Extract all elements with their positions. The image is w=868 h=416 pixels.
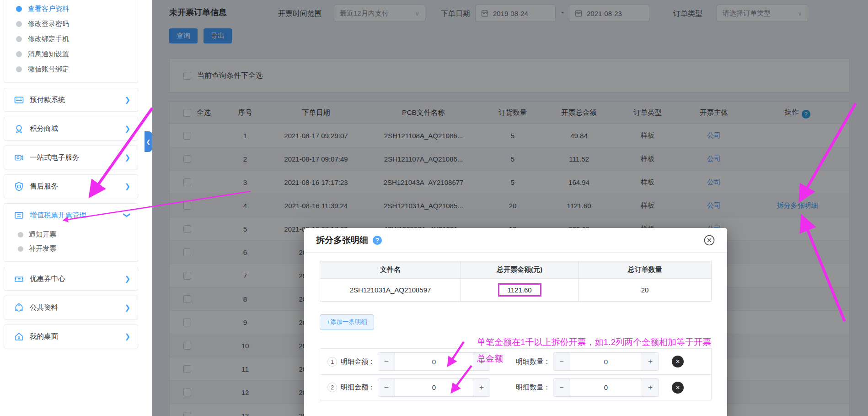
desktop-home-icon [13,331,24,342]
detail-index-badge: 2 [327,383,337,392]
vat-invoice-icon [13,210,24,221]
sidebar-collapse-tab[interactable]: ❮ [145,131,152,152]
add-detail-button[interactable]: +添加一条明细 [320,314,374,330]
sidebar-item-change-password[interactable]: 修改登录密码 [4,16,138,32]
eservice-box-icon [13,152,24,163]
section-public: 公共资料 ❯ [4,296,138,319]
chevron-right-icon: ❯ [124,303,130,312]
account-menu-card: 查看客户资料 修改登录密码 修改绑定手机 消息通知设置 微信账号绑定 [4,0,138,83]
qty-stepper: − 0 + [553,378,659,397]
section-points: 积分商城 ❯ [4,117,138,140]
sidebar: 查看客户资料 修改登录密码 修改绑定手机 消息通知设置 微信账号绑定 [0,0,152,416]
section-vat-invoice: 增值税票开票管理 ❯ 通知开票 补开发票 [4,203,138,262]
sidebar-item-change-phone[interactable]: 修改绑定手机 [4,32,138,47]
minus-button[interactable]: − [378,379,395,396]
sidebar-item-public-info[interactable]: 公共资料 ❯ [4,296,138,319]
plus-button[interactable]: + [473,379,490,396]
section-coupon: 优惠券中心 ❯ [4,267,138,291]
page: 未开票订单信息 开票时间范围 最近12月内支付 ∨ 下单日期 2019-08-2… [0,0,868,416]
minus-button[interactable]: − [378,353,395,370]
chevron-right-icon: ❯ [124,96,130,104]
summary-file: 2SH121031A_AQ2108597 [320,279,461,302]
chevron-down-icon: ❯ [124,211,130,219]
remove-detail-button[interactable]: ✕ [672,382,684,394]
sidebar-item-prepaid-system[interactable]: 预付款系统 ❯ [4,88,138,111]
close-icon[interactable] [703,234,715,246]
section-eservice: 一站式电子服务 ❯ [4,146,138,169]
sidebar-item-coupon-center[interactable]: 优惠券中心 ❯ [4,267,138,290]
bullet-icon [16,6,22,12]
amount-input[interactable]: 0 [395,379,473,396]
chevron-right-icon: ❯ [124,153,130,162]
summary-header-qty: 总订单数量 [578,261,711,279]
sidebar-item-one-stop-eservice[interactable]: 一站式电子服务 ❯ [4,146,138,169]
summary-header-file: 文件名 [320,261,461,279]
summary-header-amount: 总开票金额(元) [461,261,579,279]
summary-amount-cell: 1121.60 [461,279,579,302]
detail-row-2: 2 明细金额： − 0 + 明细数量： − 0 + ✕ [320,374,711,400]
amount-stepper: − 0 + [378,378,490,397]
prepaid-card-icon [13,94,24,105]
sidebar-item-after-sales[interactable]: 售后服务 ❯ [4,175,138,198]
bullet-icon [16,51,22,57]
chevron-right-icon: ❯ [124,332,130,340]
detail-qty-label: 明细数量： [516,383,550,392]
amount-stepper: − 0 + [378,352,490,371]
sidebar-item-notify-invoicing[interactable]: 通知开票 [4,227,138,242]
modal-header: 拆分多张明细 ? [304,228,727,253]
bullet-icon [18,246,23,252]
help-icon[interactable]: ? [373,236,382,245]
invoice-summary-table: 文件名 总开票金额(元) 总订单数量 2SH121031A_AQ2108597 … [320,261,712,302]
section-prepaid: 预付款系统 ❯ [4,88,138,112]
chevron-right-icon: ❯ [124,275,130,283]
annotation-note: 单笔金额在1千以上拆份开票，如1.2列两个金额相加等于开票总金额 [477,334,718,367]
modal-body: 文件名 总开票金额(元) 总订单数量 2SH121031A_AQ2108597 … [304,253,727,400]
public-share-icon [13,302,24,313]
aftersales-shield-icon [13,181,24,192]
summary-qty: 20 [578,279,711,302]
chevron-right-icon: ❯ [124,124,130,133]
coupon-ticket-icon [13,273,24,284]
amount-highlight-box: 1121.60 [498,283,541,297]
amount-input[interactable]: 0 [395,353,473,370]
sidebar-item-notification-settings[interactable]: 消息通知设置 [4,47,138,62]
section-aftersales: 售后服务 ❯ [4,174,138,198]
bullet-icon [18,232,23,238]
vat-submenu: 通知开票 补开发票 [4,227,138,261]
plus-button[interactable]: + [642,379,659,396]
sidebar-item-points-mall[interactable]: 积分商城 ❯ [4,117,138,140]
bullet-icon [16,66,22,72]
detail-amount-label: 明细金额： [341,383,375,392]
sidebar-item-reissue-invoice[interactable]: 补开发票 [4,242,138,256]
detail-index-badge: 1 [327,357,337,367]
qty-input[interactable]: 0 [570,379,642,396]
detail-amount-label: 明细金额： [341,357,375,366]
sidebar-item-view-profile[interactable]: 查看客户资料 [4,1,138,16]
modal-title: 拆分多张明细 [316,234,368,246]
bullet-icon [16,21,22,27]
chevron-right-icon: ❯ [124,182,130,190]
minus-button[interactable]: − [553,379,570,396]
section-desktop: 我的桌面 ❯ [4,324,138,348]
sidebar-item-my-desktop[interactable]: 我的桌面 ❯ [4,325,138,348]
sidebar-item-vat-invoice-mgmt[interactable]: 增值税票开票管理 ❯ [4,204,138,227]
points-medal-icon [13,123,24,134]
bullet-icon [16,36,22,42]
split-invoice-modal: 拆分多张明细 ? 文件名 总开票金额(元) 总订单数量 2SH121031A_A… [304,228,727,416]
sidebar-item-wechat-binding[interactable]: 微信账号绑定 [4,62,138,77]
